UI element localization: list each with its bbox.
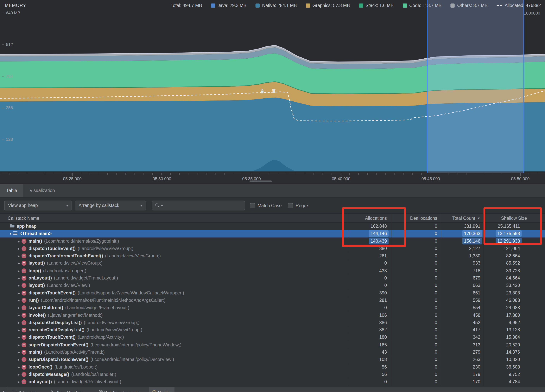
value-cell: 390: [349, 289, 391, 297]
checkbox-box[interactable]: [250, 203, 255, 208]
table-row[interactable]: ▶mdispatchTouchEvent()(Landroid/app/Acti…: [0, 334, 545, 341]
tab-table[interactable]: Table: [0, 184, 23, 197]
callstack-class-name: (Landroid/os/Looper;): [43, 268, 86, 273]
value-cell: 0: [391, 289, 441, 297]
minor-tick: [134, 173, 135, 175]
arrange-dropdown[interactable]: Arrange by callstack: [75, 200, 146, 210]
table-row[interactable]: ▶mrecreateChildDisplayList()(Landroid/vi…: [0, 326, 545, 334]
value-cell: 0: [391, 334, 441, 341]
value-cell: 106: [349, 311, 391, 319]
minor-tick: [457, 173, 457, 175]
search-options-caret-icon[interactable]: [161, 205, 163, 206]
statusbar-item-profiler[interactable]: Profiler: [149, 387, 174, 392]
expand-arrow-icon[interactable]: ▶: [16, 238, 22, 245]
collapse-arrow-icon[interactable]: ▼: [7, 230, 13, 237]
table-row[interactable]: ▼<Thread main>144,1460170,36313,175,593: [0, 230, 545, 237]
expand-arrow-icon[interactable]: ▶: [16, 282, 22, 289]
value-cell: 46,088: [483, 297, 545, 304]
expand-arrow-icon[interactable]: ▶: [16, 275, 22, 282]
table-row[interactable]: ▶msuperDispatchTouchEvent()(Lcom/android…: [0, 341, 545, 348]
table-row[interactable]: ▶mloop()(Landroid/os/Looper;)433071839,7…: [0, 267, 545, 274]
table-row[interactable]: ▶mloopOnce()(Landroid/os/Looper;)5602303…: [0, 363, 545, 371]
value-cell: 663: [441, 282, 483, 289]
column-total-count[interactable]: Total Count▼: [441, 214, 483, 222]
statusbar-item-blaze-problems[interactable]: Blaze Problems: [47, 387, 88, 392]
minor-tick: [367, 173, 368, 175]
table-row[interactable]: ▶mdispatchTouchEvent()(Landroid/view/Vie…: [0, 245, 545, 252]
minor-tick: [45, 173, 45, 175]
x-axis-time-label: 05:45.000: [421, 176, 440, 181]
table-row[interactable]: ▶mmain()(Lcom/android/internal/os/Zygote…: [0, 237, 545, 245]
callstack-method-name: run(): [29, 298, 39, 303]
minor-tick: [170, 173, 171, 175]
legend-item: Code: 113.7 MB: [403, 3, 442, 8]
callstack-method-name: superDispatchTouchEvent(): [29, 342, 88, 347]
table-row[interactable]: ▶mdispatchGetDisplayList()(Landroid/view…: [0, 319, 545, 326]
table-row[interactable]: ▶msuperDispatchTouchEvent()(Lcom/android…: [0, 356, 545, 363]
expand-arrow-icon[interactable]: ▶: [16, 260, 22, 267]
expand-arrow-icon[interactable]: ▶: [16, 267, 22, 274]
table-row[interactable]: app heap162,8480381,99125,165,411: [0, 223, 545, 230]
expand-arrow-icon[interactable]: ▶: [16, 334, 22, 341]
expand-arrow-icon[interactable]: ▶: [16, 341, 22, 348]
minor-tick: [188, 173, 189, 175]
minor-tick: [332, 173, 332, 175]
expand-arrow-icon[interactable]: ▶: [16, 297, 22, 304]
value-cell: 36,608: [483, 363, 545, 371]
minor-tick: [215, 173, 215, 175]
checkbox-box[interactable]: [288, 203, 293, 208]
tab-visualization[interactable]: Visualization: [23, 184, 61, 197]
regex-checkbox[interactable]: Regex: [288, 203, 309, 208]
table-row[interactable]: ▶mmain()(Landroid/app/ActivityThread;)43…: [0, 348, 545, 356]
value-cell: 313: [441, 341, 483, 348]
expand-arrow-icon[interactable]: ▶: [16, 319, 22, 326]
value-cell: 0: [391, 311, 441, 319]
value-cell: 661: [441, 289, 483, 297]
minor-tick: [81, 173, 81, 175]
statusbar-item-logcat[interactable]: 6: Logcat: [10, 387, 39, 392]
major-tick: [251, 173, 252, 176]
expand-arrow-icon[interactable]: ▶: [16, 371, 22, 378]
statusbar-item-database-inspector[interactable]: Database Inspector: [96, 387, 144, 392]
table-row[interactable]: ▶mdispatchTransformedTouchEvent()(Landro…: [0, 252, 545, 260]
table-row[interactable]: ▶mlayoutChildren()(Landroid/widget/Frame…: [0, 304, 545, 311]
match-case-checkbox[interactable]: Match Case: [250, 203, 282, 208]
value-cell: 452: [441, 319, 483, 326]
callstack-method-name: invoke(): [29, 312, 46, 318]
search-input[interactable]: [152, 200, 245, 210]
value-cell: 0: [391, 260, 441, 267]
table-row[interactable]: ▶mlayout()(Landroid/view/ViewGroup;)0093…: [0, 260, 545, 267]
timeline-selection-range[interactable]: [427, 0, 524, 173]
minor-tick: [448, 173, 448, 175]
value-cell: 0: [349, 378, 391, 386]
callstack-class-name: (Lcom/android/internal/os/ZygoteInit;): [44, 238, 119, 244]
value-cell: 84,664: [483, 274, 545, 282]
table-row[interactable]: ▶mlayout()(Landroid/view/View;)0066333,4…: [0, 282, 545, 289]
table-row[interactable]: ▶minvoke()(Ljava/lang/reflect/Method;)10…: [0, 311, 545, 319]
timeline-scrollbar-thumb[interactable]: [249, 180, 272, 182]
minor-tick: [484, 173, 484, 175]
callstack-method-name: app heap: [17, 224, 37, 229]
value-cell: 386: [349, 319, 391, 326]
table-row[interactable]: ▶mdispatchMessage()(Landroid/os/Handler;…: [0, 371, 545, 378]
table-row[interactable]: ▶mrun()(Lcom/android/internal/os/Runtime…: [0, 297, 545, 304]
expand-arrow-icon[interactable]: ▶: [16, 349, 22, 356]
callstack-class-name: (Landroid/support/v7/view/WindowCallback…: [78, 290, 184, 295]
expand-arrow-icon[interactable]: ▶: [16, 253, 22, 260]
expand-arrow-icon[interactable]: ▶: [16, 356, 22, 363]
method-icon: m: [22, 305, 26, 310]
expand-arrow-icon[interactable]: ▶: [16, 379, 22, 386]
column-callstack-name[interactable]: Callstack Name: [0, 214, 349, 222]
statusbar-item-terminal[interactable]: al: [0, 387, 7, 392]
table-row[interactable]: ▶monLayout()(Landroid/widget/RelativeLay…: [0, 378, 545, 386]
expand-arrow-icon[interactable]: ▶: [16, 327, 22, 334]
table-row[interactable]: ▶monLayout()(Landroid/widget/FrameLayout…: [0, 274, 545, 282]
table-row[interactable]: ▶mdispatchTouchEvent()(Landroid/support/…: [0, 289, 545, 297]
minor-tick: [359, 173, 359, 175]
expand-arrow-icon[interactable]: ▶: [16, 290, 22, 297]
expand-arrow-icon[interactable]: ▶: [16, 245, 22, 252]
expand-arrow-icon[interactable]: ▶: [16, 312, 22, 319]
expand-arrow-icon[interactable]: ▶: [16, 304, 22, 311]
expand-arrow-icon[interactable]: ▶: [16, 364, 22, 371]
heap-dropdown[interactable]: View app heap: [4, 200, 72, 210]
